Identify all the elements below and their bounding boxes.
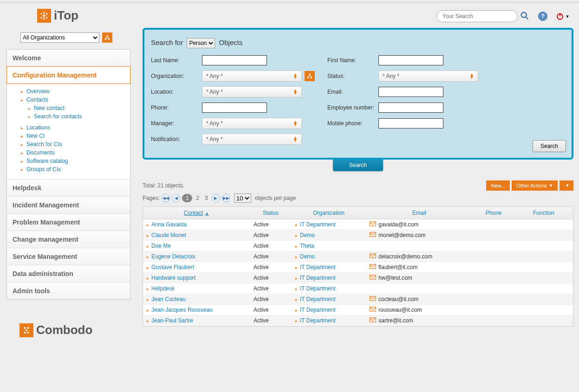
- svg-rect-9: [311, 77, 312, 78]
- subnav-search-cis[interactable]: Search for CIs: [26, 141, 62, 148]
- search-panel: Search for Person Objects Last Name: Org…: [143, 28, 573, 160]
- subnav-documents[interactable]: Documents: [26, 149, 55, 156]
- input-mobile[interactable]: [378, 118, 443, 129]
- mail-icon: [370, 296, 376, 301]
- pager-next-icon[interactable]: ▶: [212, 194, 220, 202]
- org-link[interactable]: IT Department: [300, 221, 335, 228]
- action-tools-button[interactable]: ▼: [559, 180, 573, 191]
- pager-page-2[interactable]: 2: [194, 195, 201, 201]
- logo-icon: [37, 9, 51, 23]
- cell-status: Active: [250, 305, 292, 315]
- search-toggle-tab[interactable]: Search: [333, 159, 383, 171]
- nav-problem-management[interactable]: Problem Management: [7, 214, 130, 231]
- col-status[interactable]: Status: [250, 207, 292, 219]
- contact-link[interactable]: Eugene Delacroix: [151, 253, 195, 260]
- global-search-input[interactable]: [436, 10, 518, 22]
- search-submit-button[interactable]: Search: [533, 140, 566, 152]
- label-employee-number: Employee number:: [327, 104, 378, 111]
- input-last-name[interactable]: [202, 55, 267, 65]
- subnav-overview[interactable]: Overview: [26, 88, 50, 95]
- input-first-name[interactable]: [378, 55, 443, 65]
- contact-link[interactable]: Jean-Jacques Rousseau: [151, 307, 213, 313]
- svg-line-1: [526, 17, 528, 19]
- contact-link[interactable]: Doe Me: [151, 243, 171, 249]
- svg-rect-4: [107, 35, 108, 37]
- input-employee-number[interactable]: [378, 103, 443, 113]
- subnav-new-ci[interactable]: New CI: [26, 133, 45, 139]
- contact-link[interactable]: Helpdesk: [151, 285, 175, 292]
- pager-page-current[interactable]: 1: [182, 194, 192, 202]
- org-link[interactable]: IT Department: [300, 285, 335, 292]
- dropdown-location[interactable]: * Any *▲▼: [202, 86, 302, 97]
- nav-welcome[interactable]: Welcome: [7, 50, 130, 67]
- contact-link[interactable]: Hardware support: [151, 275, 195, 281]
- col-organization[interactable]: Organization: [292, 207, 366, 219]
- nav-helpdesk[interactable]: Helpdesk: [7, 180, 130, 197]
- table-row: ▸Eugene DelacroixActive▸Demodelacroix@de…: [143, 251, 573, 262]
- org-link[interactable]: IT Department: [300, 275, 335, 281]
- pager-prev-icon[interactable]: ◀: [172, 194, 180, 202]
- svg-rect-11: [370, 232, 376, 237]
- org-selector[interactable]: All Organizations: [20, 32, 99, 43]
- org-link[interactable]: Demo: [300, 253, 315, 260]
- help-icon[interactable]: ?: [538, 12, 547, 21]
- contact-link[interactable]: Claude Monet: [151, 232, 186, 238]
- cell-status: Active: [250, 315, 292, 326]
- org-link[interactable]: IT Department: [300, 264, 335, 270]
- input-phone[interactable]: [202, 103, 267, 113]
- pager-first-icon[interactable]: ◀◀: [162, 194, 170, 202]
- contact-link[interactable]: Anna Gavalda: [151, 221, 187, 228]
- results-total: Total: 21 objects.: [143, 182, 184, 189]
- subnav-contacts[interactable]: Contacts: [26, 96, 48, 103]
- cell-email: rousseau@it.com: [378, 307, 422, 313]
- org-link[interactable]: Theta: [300, 243, 314, 249]
- subnav-locations[interactable]: Locations: [26, 124, 50, 131]
- search-class-select[interactable]: Person: [187, 38, 215, 48]
- col-phone[interactable]: Phone: [473, 207, 514, 219]
- subnav-new-contact[interactable]: New contact: [34, 105, 65, 111]
- org-link[interactable]: Demo: [300, 232, 315, 238]
- dropdown-status[interactable]: * Any *▲▼: [378, 71, 478, 82]
- subnav-search-contacts[interactable]: Search for contacts: [34, 113, 82, 120]
- nav-incident-management[interactable]: Incident Management: [7, 197, 130, 214]
- nav-configuration-management[interactable]: Configuration Management: [7, 66, 130, 84]
- mail-icon: [370, 264, 376, 269]
- cell-email: gavalda@it.com: [378, 221, 418, 228]
- cell-email: monet@demo.com: [378, 232, 426, 238]
- mail-icon: [370, 307, 376, 312]
- org-tree-button[interactable]: [102, 32, 112, 43]
- col-email[interactable]: Email: [366, 207, 473, 219]
- table-row: ▸Hardware supportActive▸IT Departmenthw@…: [143, 273, 573, 283]
- col-contact[interactable]: Contact▲: [143, 207, 250, 219]
- table-row: ▸Anna GavaldaActive▸IT Departmentgavalda…: [143, 219, 573, 230]
- org-link[interactable]: IT Department: [300, 307, 335, 313]
- org-tree-button-inline[interactable]: [305, 71, 315, 81]
- input-email[interactable]: [378, 87, 443, 97]
- table-row: ▸Gustave FlaubertActive▸IT Departmentfla…: [143, 262, 573, 273]
- action-new-button[interactable]: New...: [486, 180, 510, 191]
- dropdown-organization[interactable]: * Any *▲▼: [202, 71, 302, 82]
- nav-admin-tools[interactable]: Admin tools: [7, 283, 130, 299]
- nav-data-administration[interactable]: Data administration: [7, 265, 130, 283]
- per-page-select[interactable]: 10: [234, 193, 251, 203]
- mail-icon: [370, 317, 376, 322]
- subnav-software-catalog[interactable]: Software catalog: [26, 158, 68, 164]
- subnav-groups-cis[interactable]: Groups of CIs: [26, 166, 61, 173]
- dropdown-notification[interactable]: * Any *▲▼: [202, 134, 302, 145]
- col-function[interactable]: Function: [514, 207, 573, 219]
- contact-link[interactable]: Gustave Flaubert: [151, 264, 194, 270]
- org-link[interactable]: IT Department: [300, 296, 335, 302]
- logout-button[interactable]: ▼: [556, 12, 570, 20]
- nav-service-management[interactable]: Service Management: [7, 248, 130, 265]
- search-icon[interactable]: [520, 11, 530, 22]
- svg-rect-6: [108, 39, 110, 40]
- pager-last-icon[interactable]: ▶▶: [222, 194, 230, 202]
- cell-status: Active: [250, 241, 292, 251]
- nav-change-management[interactable]: Change management: [7, 231, 130, 248]
- contact-link[interactable]: Jean Cocteau: [151, 296, 186, 302]
- org-link[interactable]: IT Department: [300, 317, 335, 324]
- contact-link[interactable]: Jean-Paul Sartre: [151, 317, 193, 324]
- dropdown-manager[interactable]: * Any *▲▼: [202, 118, 302, 129]
- action-other-button[interactable]: Other Actions ▼: [512, 180, 558, 191]
- pager-page-3[interactable]: 3: [203, 195, 210, 201]
